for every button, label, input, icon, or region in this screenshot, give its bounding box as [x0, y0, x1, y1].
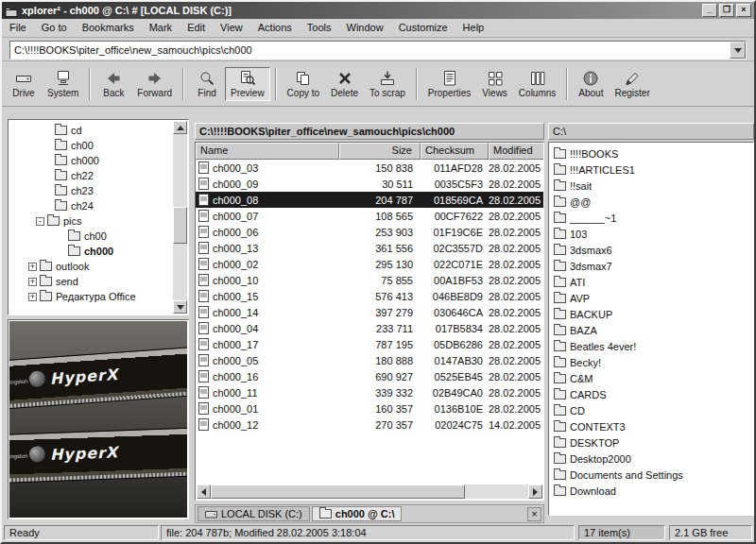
scroll-thumb[interactable]: [211, 484, 465, 499]
scroll-down-button[interactable]: [173, 300, 187, 314]
file-list-horizontal-scrollbar[interactable]: [197, 484, 542, 499]
menu-mark[interactable]: Mark: [142, 19, 180, 37]
title-bar[interactable]: xplorer² - ch000 @ C:\ # [LOCAL DISK (C:…: [2, 2, 754, 19]
file-row[interactable]: ch000_02295 130022C071E28.02.2005: [196, 256, 543, 272]
delete-button[interactable]: Delete: [325, 67, 364, 101]
folder-row[interactable]: AVP: [550, 290, 752, 306]
file-row[interactable]: ch000_07108 56500CF762228.02.2005: [196, 208, 543, 224]
file-row[interactable]: ch000_0930 5110035C5F328.02.2005: [196, 176, 543, 192]
folder-row[interactable]: CARDS: [550, 386, 752, 402]
file-row[interactable]: ch000_16690 9270525EB4528.02.2005: [196, 368, 543, 384]
folder-row[interactable]: DESKTOP: [550, 434, 752, 450]
column-header-modified[interactable]: Modified: [489, 143, 544, 160]
file-row[interactable]: ch000_13361 55602C3557D28.02.2005: [196, 240, 543, 256]
folder-row[interactable]: CONTEXT3: [550, 418, 752, 434]
folder-row[interactable]: Download: [550, 483, 752, 499]
menu-bookmarks[interactable]: Bookmarks: [75, 19, 142, 37]
folder-row[interactable]: CD: [550, 402, 752, 418]
close-button[interactable]: ×: [736, 4, 751, 17]
file-row[interactable]: ch000_12270 35702024C7514.02.2005: [196, 416, 543, 433]
about-button[interactable]: About: [573, 67, 609, 101]
file-row[interactable]: ch000_1075 85500A1BF5328.02.2005: [196, 272, 543, 288]
menu-actions[interactable]: Actions: [250, 19, 300, 37]
file-row[interactable]: ch000_04233 711017B583428.02.2005: [196, 320, 543, 336]
folder-row[interactable]: Beatles 4ever!: [550, 338, 752, 354]
tree-item[interactable]: ch000: [9, 244, 173, 259]
address-input[interactable]: C:\!!!!BOOKS\piter_office\new_samouch\pi…: [9, 41, 747, 60]
tab-close-button[interactable]: ×: [527, 507, 541, 521]
file-row[interactable]: ch000_05180 8880147AB3028.02.2005: [196, 352, 543, 368]
folder-row[interactable]: @@: [550, 194, 752, 210]
folder-row[interactable]: ______~1: [550, 210, 752, 226]
menu-edit[interactable]: Edit: [180, 19, 213, 37]
drive-button[interactable]: Drive: [6, 67, 42, 101]
tree-expander-icon[interactable]: +: [28, 278, 37, 286]
tab-ch000[interactable]: ch000 @ C:\: [312, 506, 403, 521]
tree-item[interactable]: +send: [9, 274, 173, 289]
folder-row[interactable]: Becky!: [550, 354, 752, 370]
folder-row[interactable]: 3dsmax7: [550, 258, 752, 274]
folder-row[interactable]: BACKUP: [550, 306, 752, 322]
system-button[interactable]: System: [42, 67, 84, 101]
forward-button[interactable]: Forward: [131, 67, 178, 101]
scroll-thumb[interactable]: [173, 207, 187, 244]
properties-button[interactable]: Properties: [422, 67, 477, 101]
tree-item[interactable]: cd: [9, 123, 173, 138]
tree-item[interactable]: ch00: [9, 138, 173, 153]
menu-customize[interactable]: Customize: [391, 19, 455, 37]
tree-vertical-scrollbar[interactable]: [173, 121, 187, 314]
preview-button[interactable]: Preview: [225, 67, 270, 101]
tree-item[interactable]: ch00: [9, 229, 173, 244]
copy-to-button[interactable]: Copy to: [282, 67, 325, 101]
folder-row[interactable]: 3dsmax6: [550, 242, 752, 258]
menu-tools[interactable]: Tools: [300, 19, 339, 37]
address-dropdown-button[interactable]: [730, 42, 746, 59]
menu-goto[interactable]: Go to: [34, 19, 75, 37]
folder-row[interactable]: Documents and Settings: [550, 467, 752, 483]
menu-file[interactable]: File: [2, 19, 34, 37]
tree-expander-icon[interactable]: -: [36, 217, 44, 226]
tree-expander-icon[interactable]: +: [28, 263, 37, 271]
scroll-track[interactable]: [211, 484, 528, 499]
folder-row[interactable]: ATI: [550, 274, 752, 290]
tree-item[interactable]: +Редактура Office: [9, 289, 173, 304]
minimize-button[interactable]: _: [702, 4, 717, 17]
file-row[interactable]: ch000_14397 279030646CA28.02.2005: [196, 304, 543, 320]
active-pane-path-header[interactable]: C:\!!!!BOOKS\piter_office\new_samouch\pi…: [195, 123, 544, 140]
scroll-up-button[interactable]: [173, 121, 187, 134]
column-header-checksum[interactable]: Checksum: [421, 143, 489, 160]
maximize-button[interactable]: ❐: [719, 4, 734, 17]
folder-row[interactable]: BAZA: [550, 322, 752, 338]
file-row[interactable]: ch000_06253 90301F19C6E28.02.2005: [196, 224, 543, 240]
to-scrap-button[interactable]: To scrap: [364, 67, 411, 101]
tree-expander-icon[interactable]: +: [28, 293, 37, 301]
file-row[interactable]: ch000_08204 787018569CA28.02.2005: [196, 192, 543, 208]
folder-row[interactable]: 103: [550, 226, 752, 242]
tab-local-disk[interactable]: LOCAL DISK (C:): [198, 506, 310, 521]
register-button[interactable]: Register: [609, 67, 655, 101]
file-row[interactable]: ch000_15576 413046BE8D928.02.2005: [196, 288, 543, 304]
folder-row[interactable]: Desktop2000: [550, 450, 752, 467]
scroll-left-button[interactable]: [197, 484, 211, 499]
menu-view[interactable]: View: [213, 19, 250, 37]
folder-row[interactable]: !!!!BOOKS: [550, 145, 752, 162]
views-button[interactable]: Views: [476, 67, 513, 101]
scroll-track[interactable]: [173, 134, 187, 300]
right-pane-path-header[interactable]: C:\: [548, 123, 754, 140]
menu-help[interactable]: Help: [455, 19, 492, 37]
tree-item[interactable]: ch22: [9, 168, 173, 183]
folder-row[interactable]: !!!ARTICLES1: [550, 162, 752, 178]
column-header-name[interactable]: Name: [196, 143, 339, 160]
file-row[interactable]: ch000_01160 3570136B10E28.02.2005: [196, 400, 543, 416]
tree-item[interactable]: ch23: [9, 183, 173, 198]
menu-window[interactable]: Window: [339, 19, 391, 37]
folder-row[interactable]: C&M: [550, 370, 752, 386]
scroll-right-button[interactable]: [528, 484, 542, 499]
tree-item[interactable]: ch24: [9, 198, 173, 213]
file-row[interactable]: ch000_03150 838011AFD2828.02.2005: [196, 160, 543, 176]
find-button[interactable]: Find: [189, 67, 225, 101]
tree-item[interactable]: ch000: [9, 153, 173, 168]
tree-item[interactable]: +outlook: [9, 259, 173, 274]
file-row[interactable]: ch000_11339 33202B49CA028.02.2005: [196, 384, 543, 400]
columns-button[interactable]: Columns: [513, 67, 561, 101]
